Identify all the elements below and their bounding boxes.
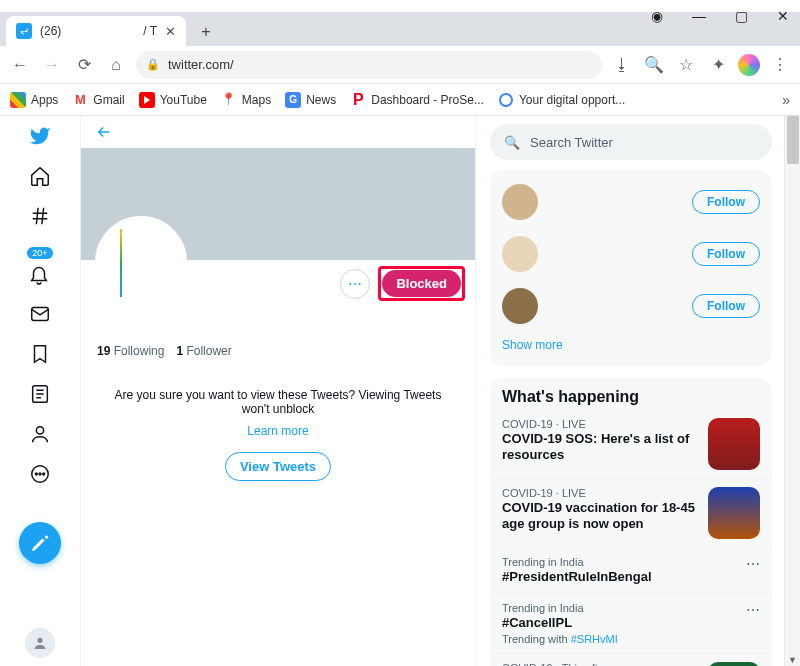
nav-notifications[interactable]: 20+ <box>27 244 52 286</box>
youtube-icon <box>139 92 155 108</box>
nav-more-icon[interactable] <box>28 462 52 486</box>
apps-shortcut[interactable]: Apps <box>10 92 58 108</box>
nav-home[interactable]: ⌂ <box>104 53 128 77</box>
trend-item[interactable]: Trending in India#PresidentRuleInBengal … <box>490 547 772 593</box>
profile-more-button[interactable]: ⋯ <box>340 269 370 299</box>
gmail-icon: M <box>72 92 88 108</box>
browser-menu-icon[interactable]: ⋮ <box>768 53 792 77</box>
tab-title: (26) <box>40 24 61 38</box>
window-maximize[interactable]: ▢ <box>734 8 748 24</box>
nav-home-icon[interactable] <box>28 164 52 188</box>
twitter-favicon <box>16 23 32 39</box>
svg-point-8 <box>37 638 42 643</box>
bookmark-star-icon[interactable]: ☆ <box>674 53 698 77</box>
account-switcher[interactable] <box>25 628 55 658</box>
trend-item[interactable]: Trending in India#CancelIPLTrending with… <box>490 593 772 652</box>
followers-link[interactable]: 1 Follower <box>176 344 231 358</box>
incognito-icon: ◉ <box>650 8 664 24</box>
search-box[interactable]: 🔍 Search Twitter <box>490 124 772 160</box>
trend-item[interactable]: COVID-19 · LIVECOVID-19 SOS: Here's a li… <box>490 410 772 478</box>
blocked-button[interactable]: Blocked <box>382 270 461 297</box>
profile-avatar[interactable] <box>95 216 187 308</box>
twitter-logo[interactable] <box>28 124 52 148</box>
zoom-icon[interactable]: 🔍 <box>642 53 666 77</box>
maps-icon: 📍 <box>221 92 237 108</box>
trend-more-icon[interactable]: ⋯ <box>746 602 760 618</box>
nav-messages-icon[interactable] <box>28 302 52 326</box>
lock-icon: 🔒 <box>146 58 160 71</box>
who-to-follow: Follow Follow Follow Show more <box>490 170 772 366</box>
url-text: twitter.com/ <box>168 57 234 72</box>
apps-icon <box>10 92 26 108</box>
follow-button[interactable]: Follow <box>692 190 760 214</box>
svg-point-5 <box>35 473 37 475</box>
following-link[interactable]: 19 Following <box>97 344 164 358</box>
blocked-highlight: Blocked <box>378 266 465 301</box>
svg-point-3 <box>36 427 43 434</box>
bookmarks-bar: Apps MGmail YouTube 📍Maps GNews PDashboa… <box>0 84 800 116</box>
svg-point-7 <box>43 473 45 475</box>
svg-point-0 <box>500 94 512 106</box>
new-tab-button[interactable]: + <box>192 18 220 46</box>
bookmark-dashboard[interactable]: PDashboard - ProSe... <box>350 92 484 108</box>
scroll-down-icon[interactable]: ▼ <box>788 655 797 665</box>
address-bar[interactable]: 🔒 twitter.com/ <box>136 51 602 79</box>
scroll-thumb[interactable] <box>787 116 799 164</box>
bookmark-maps[interactable]: 📍Maps <box>221 92 271 108</box>
trend-thumb <box>708 487 760 539</box>
bookmark-gmail[interactable]: MGmail <box>72 92 124 108</box>
tab-close-icon[interactable]: ✕ <box>165 24 176 39</box>
nav-profile-icon[interactable] <box>28 422 52 446</box>
suggestion-row[interactable]: Follow <box>502 176 760 228</box>
nav-bookmarks-icon[interactable] <box>28 342 52 366</box>
browser-toolbar: ← → ⟳ ⌂ 🔒 twitter.com/ ⭳ 🔍 ☆ ✦ ⋮ <box>0 46 800 84</box>
bell-icon <box>27 262 51 286</box>
learn-more-link[interactable]: Learn more <box>81 424 475 438</box>
search-icon: 🔍 <box>504 135 520 150</box>
trend-thumb <box>708 418 760 470</box>
google-icon <box>498 92 514 108</box>
avatar-icon <box>502 184 538 220</box>
bookmark-news[interactable]: GNews <box>285 92 336 108</box>
profile-column: ⋯ Blocked 19 Following 1 Follower Are yo… <box>80 116 476 666</box>
news-icon: G <box>285 92 301 108</box>
suggestion-row[interactable]: Follow <box>502 280 760 332</box>
page-scrollbar[interactable]: ▲ ▼ <box>784 116 800 666</box>
extensions-icon[interactable]: ✦ <box>706 53 730 77</box>
follow-button[interactable]: Follow <box>692 294 760 318</box>
nav-lists-icon[interactable] <box>28 382 52 406</box>
view-tweets-button[interactable]: View Tweets <box>225 452 331 481</box>
trend-item[interactable]: COVID-19 · LIVECOVID-19 vaccination for … <box>490 478 772 547</box>
whats-happening-heading: What's happening <box>490 388 772 410</box>
back-button[interactable] <box>81 116 475 148</box>
nav-reload[interactable]: ⟳ <box>72 53 96 77</box>
avatar-icon <box>502 288 538 324</box>
bookmark-youtube[interactable]: YouTube <box>139 92 207 108</box>
blocked-confirm-text: Are you sure you want to view these Twee… <box>81 358 475 424</box>
whats-happening: What's happening COVID-19 · LIVECOVID-19… <box>490 378 772 666</box>
show-more-link[interactable]: Show more <box>502 332 760 358</box>
follow-button[interactable]: Follow <box>692 242 760 266</box>
trend-thumb <box>708 662 760 667</box>
trend-item[interactable]: COVID-19 · This afternoonIPL match postp… <box>490 653 772 667</box>
nav-forward: → <box>40 53 64 77</box>
bookmarks-overflow[interactable]: » <box>782 92 790 108</box>
pinterest-icon: P <box>350 92 366 108</box>
profile-stats: 19 Following 1 Follower <box>81 344 475 358</box>
trend-more-icon[interactable]: ⋯ <box>746 556 760 572</box>
suggestion-row[interactable]: Follow <box>502 228 760 280</box>
install-icon[interactable]: ⭳ <box>610 53 634 77</box>
notif-badge: 20+ <box>27 247 52 259</box>
compose-tweet-button[interactable] <box>19 522 61 564</box>
window-close[interactable]: ✕ <box>776 8 790 24</box>
tab-title-suffix: / T <box>143 24 157 38</box>
nav-explore-icon[interactable] <box>28 204 52 228</box>
bookmark-digital[interactable]: Your digital opport... <box>498 92 625 108</box>
svg-rect-1 <box>32 308 49 321</box>
nav-back[interactable]: ← <box>8 53 32 77</box>
profile-avatar-ext[interactable] <box>738 54 760 76</box>
browser-tab[interactable]: (26) / T ✕ <box>6 16 186 46</box>
search-placeholder: Search Twitter <box>530 135 613 150</box>
svg-point-6 <box>39 473 41 475</box>
window-minimize[interactable]: — <box>692 8 706 24</box>
